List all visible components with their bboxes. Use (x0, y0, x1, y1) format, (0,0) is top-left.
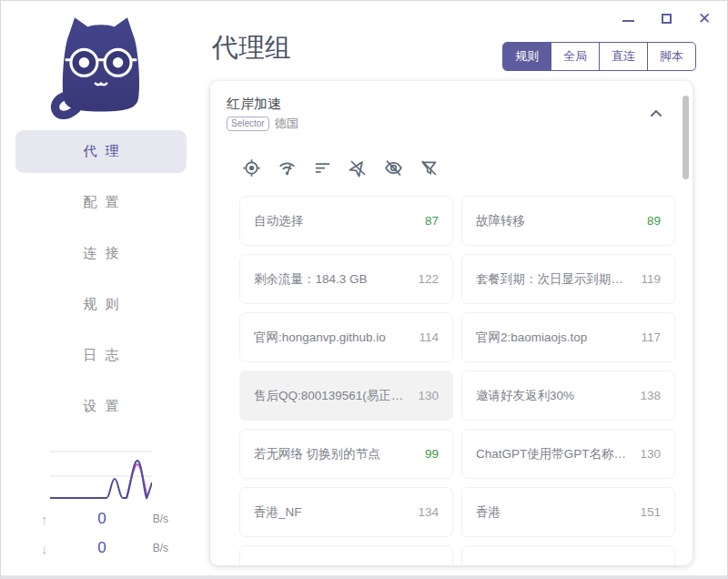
group-toolbar (241, 157, 439, 178)
locate-current-icon[interactable] (241, 157, 261, 178)
sidebar-item-connections[interactable]: 连接 (15, 232, 187, 275)
proxy-card[interactable]: ChatGPT使用带GPT名称… 130 (461, 429, 675, 479)
chevron-up-icon (645, 103, 667, 125)
proxy-name: ChatGPT使用带GPT名称… (476, 446, 632, 462)
upload-value: 0 (68, 510, 136, 528)
proxy-latency: 114 (419, 330, 439, 344)
close-icon: ✕ (698, 11, 711, 26)
download-row: ↓ 0 B/s (41, 539, 168, 557)
proxy-latency: 130 (640, 447, 661, 461)
proxy-name: 香港 (476, 504, 632, 521)
proxy-card-partial[interactable] (461, 545, 675, 565)
proxy-card[interactable]: 自动选择 87 (239, 196, 453, 246)
main-area: 代理组 规则 全局 直连 脚本 红岸加速 Selector 德国 (201, 1, 728, 575)
minimize-icon (622, 20, 634, 22)
proxy-latency: 119 (641, 272, 661, 286)
traffic-widget: ↑ 0 B/s ↓ 0 B/s (1, 442, 201, 568)
sidebar-item-proxies[interactable]: 代理 (15, 130, 187, 173)
traffic-graph (50, 442, 152, 503)
sort-icon[interactable] (312, 157, 332, 178)
proxy-latency: 138 (640, 389, 661, 402)
sidebar-nav: 代理 配置 连接 规则 日志 设置 (1, 130, 201, 428)
proxy-name: 邀请好友返利30% (476, 388, 632, 404)
sidebar: 代理 配置 连接 规则 日志 设置 ↑ 0 B/s ↓ 0 B/s (1, 1, 201, 575)
proxy-latency: 122 (418, 272, 439, 286)
tab-script[interactable]: 脚本 (647, 43, 695, 70)
tab-direct[interactable]: 直连 (599, 43, 647, 70)
visibility-off-icon[interactable] (383, 157, 403, 178)
filter-off-icon[interactable] (419, 157, 439, 178)
proxy-name: 故障转移 (476, 213, 640, 229)
proxy-card[interactable]: 官网:honganvp.github.io 114 (239, 312, 453, 362)
download-arrow-icon: ↓ (41, 541, 68, 556)
download-value: 0 (68, 539, 136, 557)
proxy-card[interactable]: 售后QQ:800139561(易正… 130 (239, 371, 453, 421)
proxy-name: 自动选择 (254, 213, 418, 229)
tab-rule[interactable]: 规则 (503, 43, 551, 70)
proxy-latency: 87 (425, 214, 439, 228)
proxy-name: 套餐到期：次日显示到期… (476, 271, 633, 288)
proxy-card[interactable]: 故障转移 89 (461, 196, 675, 246)
proxy-latency: 99 (425, 447, 439, 461)
group-type-badge: Selector (227, 117, 269, 131)
proxy-card[interactable]: 若无网络 切换别的节点 99 (239, 429, 453, 479)
proxy-card[interactable]: 香港_NF 134 (239, 487, 453, 537)
maximize-button[interactable] (658, 10, 674, 26)
proxy-latency: 134 (418, 505, 439, 519)
upload-row: ↑ 0 B/s (41, 510, 168, 528)
proxy-hidden-icon[interactable] (348, 157, 368, 178)
upload-unit: B/s (136, 513, 168, 525)
mode-tabs: 规则 全局 直连 脚本 (502, 42, 696, 71)
proxy-latency: 130 (418, 389, 439, 402)
proxy-group-panel: 红岸加速 Selector 德国 (210, 81, 693, 565)
sidebar-item-profiles[interactable]: 配置 (15, 181, 187, 224)
proxy-grid: 自动选择 87 故障转移 89 剩余流量：184.3 GB 122 套餐到期：次… (239, 196, 675, 565)
download-unit: B/s (136, 542, 168, 554)
proxy-name: 若无网络 切换别的节点 (254, 446, 418, 462)
app-logo-cat-icon (45, 12, 157, 125)
proxy-card[interactable]: 邀请好友返利30% 138 (461, 371, 675, 421)
group-name: 红岸加速 (227, 96, 281, 113)
group-current-node: 德国 (275, 116, 298, 132)
proxy-card[interactable]: 剩余流量：184.3 GB 122 (239, 254, 453, 304)
proxy-card[interactable]: 套餐到期：次日显示到期… 119 (461, 254, 675, 304)
window-controls: ✕ (620, 10, 713, 26)
delay-test-icon[interactable] (277, 157, 297, 178)
maximize-icon (662, 14, 672, 24)
sidebar-item-rules[interactable]: 规则 (15, 283, 187, 326)
proxy-card-partial[interactable] (239, 545, 453, 565)
proxy-card[interactable]: 官网2:baomiaojs.top 117 (461, 312, 675, 362)
proxy-name: 香港_NF (254, 504, 410, 521)
tab-global[interactable]: 全局 (551, 43, 599, 70)
proxy-latency: 151 (640, 505, 661, 519)
sidebar-item-logs[interactable]: 日志 (15, 334, 187, 377)
proxy-name: 官网:honganvp.github.io (254, 330, 411, 346)
proxy-card[interactable]: 香港 151 (461, 487, 675, 537)
minimize-button[interactable] (620, 10, 636, 26)
proxy-name: 官网2:baomiaojs.top (476, 330, 633, 346)
sidebar-item-settings[interactable]: 设置 (15, 385, 187, 428)
proxy-name: 售后QQ:800139561(易正… (254, 388, 410, 404)
upload-arrow-icon: ↑ (41, 512, 68, 527)
proxy-name: 剩余流量：184.3 GB (254, 271, 410, 288)
panel-scrollbar[interactable] (682, 96, 689, 179)
page-title: 代理组 (212, 30, 291, 66)
proxy-latency: 89 (647, 214, 661, 228)
proxy-latency: 117 (641, 330, 661, 344)
close-button[interactable]: ✕ (696, 10, 713, 26)
collapse-group-button[interactable] (645, 103, 667, 125)
